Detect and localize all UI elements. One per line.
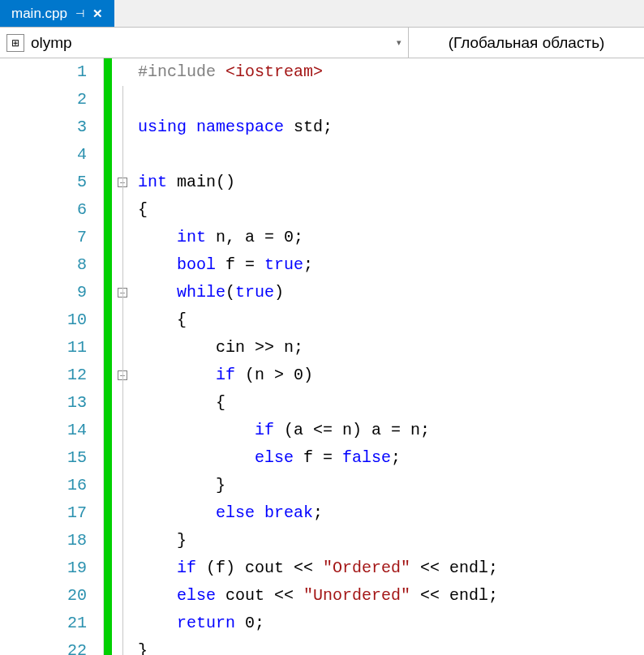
- code-token: f =: [294, 448, 342, 467]
- code-line[interactable]: else cout << "Unordered" << endl;: [138, 582, 644, 610]
- code-area[interactable]: #include <iostream>using namespace std;i…: [131, 58, 644, 655]
- code-token: n, a = 0;: [206, 228, 303, 246]
- line-number: 7: [0, 224, 87, 251]
- fold-cell: [114, 334, 131, 362]
- code-line[interactable]: [138, 141, 644, 169]
- code-token: [138, 503, 216, 522]
- fold-cell: [114, 554, 131, 582]
- code-token: using: [138, 118, 196, 136]
- code-token: [138, 614, 177, 632]
- code-line[interactable]: if (n > 0): [138, 362, 644, 389]
- code-token: "Unordered": [303, 586, 410, 605]
- fold-cell: [114, 499, 131, 527]
- code-token: namespace: [196, 118, 284, 136]
- code-line[interactable]: }: [138, 472, 644, 499]
- code-line[interactable]: {: [138, 196, 644, 224]
- line-number: 8: [0, 251, 87, 279]
- close-icon[interactable]: ✕: [92, 6, 103, 21]
- code-token: [138, 586, 177, 605]
- code-token: cin >> n;: [138, 338, 303, 357]
- fold-cell: [114, 389, 131, 417]
- fold-cell: [114, 610, 131, 637]
- code-token: else: [216, 503, 255, 522]
- code-line[interactable]: [138, 86, 644, 113]
- fold-cell: [114, 472, 131, 499]
- line-number: 9: [0, 279, 87, 306]
- code-token: "Ordered": [323, 559, 410, 577]
- fold-cell[interactable]: −: [114, 169, 131, 196]
- fold-cell: [114, 196, 131, 224]
- tab-bar: main.cpp ⊣ ✕: [0, 0, 644, 28]
- code-token: if: [216, 366, 235, 384]
- project-icon: ⊞: [6, 34, 24, 52]
- code-line[interactable]: if (a <= n) a = n;: [138, 417, 644, 444]
- code-line[interactable]: int n, a = 0;: [138, 224, 644, 251]
- line-number: 2: [0, 86, 87, 113]
- line-number: 17: [0, 499, 87, 527]
- line-number: 15: [0, 444, 87, 472]
- code-line[interactable]: cin >> n;: [138, 334, 644, 362]
- fold-cell[interactable]: −: [114, 279, 131, 306]
- code-line[interactable]: else break;: [138, 499, 644, 527]
- line-number: 11: [0, 334, 87, 362]
- fold-cell: [114, 224, 131, 251]
- code-token: #include: [138, 62, 225, 81]
- code-line[interactable]: else f = false;: [138, 444, 644, 472]
- fold-cell: [114, 86, 131, 113]
- code-token: else: [177, 586, 216, 605]
- code-token: {: [138, 200, 148, 219]
- code-line[interactable]: {: [138, 389, 644, 417]
- code-line[interactable]: using namespace std;: [138, 113, 644, 141]
- line-number: 21: [0, 610, 87, 637]
- code-line[interactable]: #include <iostream>: [138, 58, 644, 86]
- line-number: 13: [0, 389, 87, 417]
- pin-icon[interactable]: ⊣: [75, 7, 84, 19]
- line-number: 3: [0, 113, 87, 141]
- code-token: ): [274, 283, 284, 302]
- code-line[interactable]: return 0;: [138, 610, 644, 637]
- code-editor[interactable]: 12345678910111213141516171819202122 −−− …: [0, 58, 644, 655]
- code-token: (n > 0): [235, 366, 313, 384]
- code-token: [138, 283, 177, 302]
- code-line[interactable]: if (f) cout << "Ordered" << endl;: [138, 554, 644, 582]
- code-token: ;: [313, 503, 323, 522]
- code-token: << endl;: [410, 586, 498, 605]
- code-token: if: [177, 559, 196, 577]
- code-line[interactable]: {: [138, 306, 644, 334]
- line-number: 4: [0, 141, 87, 169]
- change-indicator-bar: [104, 58, 112, 655]
- line-number: 6: [0, 196, 87, 224]
- scope-bar: ⊞ olymp ▾ (Глобальная область): [0, 28, 644, 58]
- code-token: int: [177, 228, 206, 246]
- code-line[interactable]: bool f = true;: [138, 251, 644, 279]
- line-number: 20: [0, 582, 87, 610]
- file-tab[interactable]: main.cpp ⊣ ✕: [0, 0, 114, 27]
- line-number: 22: [0, 637, 87, 655]
- code-token: [255, 503, 264, 522]
- line-number: 5: [0, 169, 87, 196]
- line-number: 12: [0, 362, 87, 389]
- scope-project-dropdown[interactable]: ⊞ olymp ▾: [0, 28, 409, 58]
- fold-cell: [114, 306, 131, 334]
- code-token: }: [138, 641, 148, 655]
- code-token: while: [177, 283, 225, 302]
- code-token: {: [138, 393, 225, 412]
- code-token: [138, 366, 216, 384]
- code-line[interactable]: while(true): [138, 279, 644, 306]
- code-line[interactable]: int main(): [138, 169, 644, 196]
- code-line[interactable]: }: [138, 527, 644, 554]
- code-token: false: [342, 448, 391, 467]
- code-token: 0;: [235, 614, 264, 632]
- fold-cell: [114, 582, 131, 610]
- code-line[interactable]: }: [138, 637, 644, 655]
- line-number-gutter: 12345678910111213141516171819202122: [0, 58, 104, 655]
- code-token: [138, 421, 255, 439]
- fold-cell[interactable]: −: [114, 362, 131, 389]
- line-number: 1: [0, 58, 87, 86]
- code-token: true: [235, 283, 274, 302]
- code-token: [138, 255, 177, 274]
- scope-global-dropdown[interactable]: (Глобальная область): [409, 28, 644, 58]
- code-token: int: [138, 173, 167, 191]
- code-token: else: [255, 448, 294, 467]
- code-token: f =: [216, 255, 264, 274]
